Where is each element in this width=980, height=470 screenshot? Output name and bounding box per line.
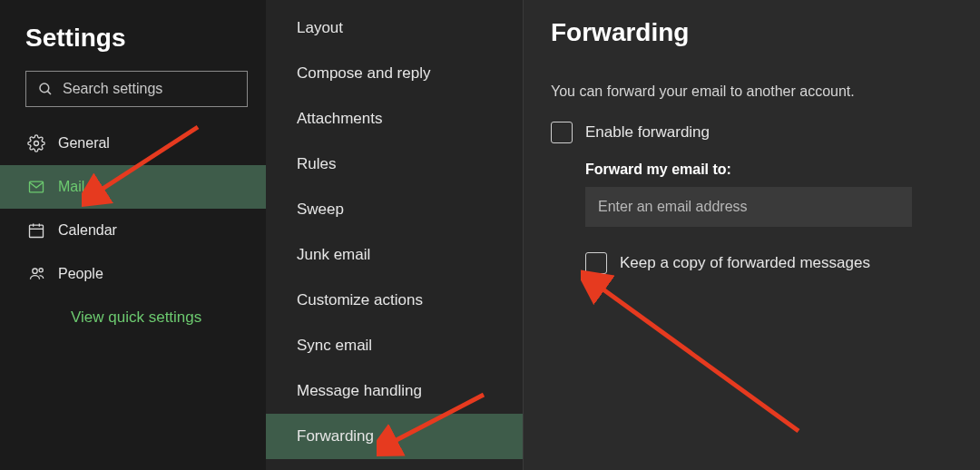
svg-point-8 <box>33 269 37 273</box>
sidebar-item-label: People <box>58 266 103 282</box>
svg-rect-4 <box>30 225 44 237</box>
mail-option-attachments[interactable]: Attachments <box>266 96 523 142</box>
sidebar-item-mail[interactable]: Mail <box>0 165 266 209</box>
sidebar-item-calendar[interactable]: Calendar <box>0 209 266 252</box>
mail-option-sweep[interactable]: Sweep <box>266 187 523 232</box>
mail-option-forwarding[interactable]: Forwarding <box>266 414 523 459</box>
mail-option-customize[interactable]: Customize actions <box>266 278 523 323</box>
svg-point-0 <box>40 83 49 93</box>
keep-copy-label: Keep a copy of forwarded messages <box>620 254 870 272</box>
keep-copy-checkbox[interactable] <box>585 252 607 274</box>
enable-forwarding-checkbox[interactable] <box>551 122 573 143</box>
settings-title: Settings <box>0 15 266 71</box>
sidebar-item-people[interactable]: People <box>0 252 266 296</box>
mail-option-message-handling[interactable]: Message handling <box>266 368 523 414</box>
settings-sidebar: Settings Search settings General Mail <box>0 0 266 470</box>
sidebar-item-label: General <box>58 135 110 152</box>
mail-option-compose[interactable]: Compose and reply <box>266 51 523 96</box>
sidebar-item-label: Mail <box>58 179 84 195</box>
enable-forwarding-label: Enable forwarding <box>585 123 710 142</box>
quick-settings-link[interactable]: View quick settings <box>0 296 266 327</box>
mail-option-sync[interactable]: Sync email <box>266 323 523 368</box>
sidebar-item-general[interactable]: General <box>0 122 266 165</box>
mail-option-layout[interactable]: Layout <box>266 5 523 51</box>
svg-point-9 <box>39 269 43 272</box>
mail-icon <box>27 178 58 196</box>
people-icon <box>27 265 58 283</box>
mail-option-junk[interactable]: Junk email <box>266 232 523 278</box>
search-placeholder: Search settings <box>63 81 162 97</box>
panel-description: You can forward your email to another ac… <box>551 83 953 100</box>
sidebar-item-label: Calendar <box>58 222 117 239</box>
mail-settings-sidebar: Layout Compose and reply Attachments Rul… <box>266 0 524 470</box>
search-icon <box>37 81 54 97</box>
svg-point-2 <box>34 142 39 146</box>
forwarding-panel: Forwarding You can forward your email to… <box>524 0 980 470</box>
calendar-icon <box>27 221 58 240</box>
search-input[interactable]: Search settings <box>25 71 248 107</box>
forward-to-input[interactable] <box>585 187 912 227</box>
svg-line-1 <box>47 91 51 94</box>
gear-icon <box>27 134 58 152</box>
forward-to-label: Forward my email to: <box>585 162 953 178</box>
mail-option-rules[interactable]: Rules <box>266 142 523 187</box>
panel-title: Forwarding <box>551 18 953 47</box>
